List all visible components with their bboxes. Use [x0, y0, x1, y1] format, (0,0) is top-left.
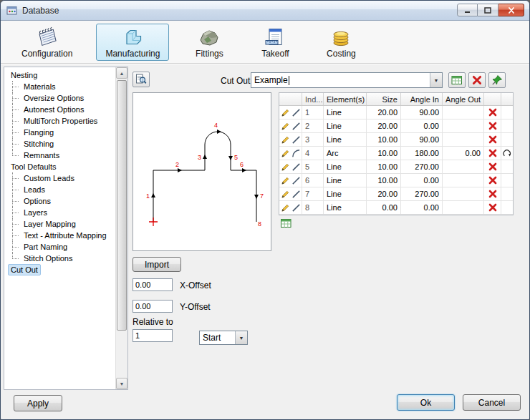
- minimize-button[interactable]: [457, 4, 478, 16]
- pin-cutout-button[interactable]: [488, 72, 506, 88]
- sidebar-item-stitching[interactable]: Stitching: [4, 138, 115, 150]
- window-controls: [457, 4, 524, 16]
- maximize-button[interactable]: [478, 4, 498, 16]
- cancel-button[interactable]: Cancel: [463, 394, 521, 411]
- tab-takeoff[interactable]: Takeoff: [249, 24, 301, 61]
- relative-mode-dropdown-button[interactable]: ▼: [235, 331, 247, 344]
- delete-row-button[interactable]: [484, 106, 501, 119]
- preview-zoom-button[interactable]: [132, 72, 150, 87]
- add-element-button[interactable]: [280, 218, 293, 229]
- sidebar-item-custom-leads[interactable]: Custom Leads: [4, 172, 115, 184]
- pencil-icon[interactable]: [281, 176, 290, 185]
- pencil-icon[interactable]: [281, 122, 290, 131]
- pencil-icon[interactable]: [281, 135, 290, 145]
- costing-icon: [329, 26, 353, 48]
- pencil-icon[interactable]: [281, 203, 290, 213]
- sidebar-item-flanging[interactable]: Flanging: [4, 127, 115, 138]
- combo-dropdown-button[interactable]: ▼: [430, 73, 442, 87]
- row-edit-cell[interactable]: [279, 160, 302, 173]
- sidebar-item-materials[interactable]: Materials: [4, 81, 115, 92]
- ok-button[interactable]: Ok: [397, 394, 455, 411]
- col-extra: [501, 93, 513, 105]
- row-edit-cell[interactable]: [279, 201, 302, 214]
- row-index: 8: [302, 201, 324, 214]
- new-grid-icon: [280, 218, 292, 229]
- row-edit-cell[interactable]: [279, 147, 302, 160]
- col-index: Ind...: [302, 93, 324, 105]
- delete-icon: [488, 148, 498, 158]
- delete-row-button[interactable]: [484, 187, 501, 200]
- row-edit-cell[interactable]: [279, 133, 302, 146]
- sidebar-item-layer-mapping[interactable]: Layer Mapping: [4, 218, 115, 230]
- sidebar-item-label: Tool Defaults: [8, 161, 59, 172]
- row-element: Line: [324, 133, 367, 146]
- pencil-icon[interactable]: [281, 162, 290, 172]
- tab-configuration[interactable]: Configuration: [12, 24, 82, 61]
- sidebar-item-layers[interactable]: Layers: [4, 207, 115, 218]
- relative-to-label: Relative to: [132, 317, 173, 327]
- tab-fittings[interactable]: Fittings: [183, 24, 235, 61]
- sidebar-item-nesting[interactable]: Nesting: [4, 69, 115, 81]
- sidebar-item-leads[interactable]: Leads: [4, 184, 115, 195]
- scroll-up-button[interactable]: ▲: [116, 67, 127, 79]
- sidebar-item-remnants[interactable]: Remnants: [4, 150, 115, 161]
- table-row: 8 Line 0.00 0.00: [279, 201, 513, 215]
- table-row: 6 Line 10.00 0.00: [279, 174, 513, 187]
- table-row: 7 Line 20.00 270.00: [279, 187, 513, 201]
- sidebar-item-label: Cut Out: [8, 264, 41, 275]
- apply-button[interactable]: Apply: [14, 395, 62, 411]
- sidebar-item-label: Layer Mapping: [21, 218, 79, 230]
- delete-row-button[interactable]: [484, 133, 501, 146]
- relative-to-input[interactable]: [132, 329, 173, 342]
- row-size: 0.00: [367, 201, 401, 214]
- row-edit-cell[interactable]: [279, 187, 302, 200]
- pencil-icon[interactable]: [281, 190, 290, 199]
- line-glyph-icon: [292, 108, 301, 117]
- col-size: Size: [367, 93, 401, 105]
- scroll-down-button[interactable]: ▼: [116, 378, 127, 389]
- sidebar-item-autonest-options[interactable]: Autonest Options: [4, 104, 115, 115]
- sidebar-item-multitorch-properties[interactable]: MultiTorch Properties: [4, 115, 115, 127]
- delete-row-button[interactable]: [484, 174, 501, 187]
- sidebar-item-stitch-options[interactable]: Stitch Options: [4, 253, 115, 264]
- new-cutout-button[interactable]: [448, 72, 466, 88]
- relative-mode-combobox[interactable]: Start ▼: [199, 331, 248, 345]
- col-angle-in: Angle In: [401, 93, 443, 105]
- delete-icon: [471, 74, 483, 86]
- delete-row-button[interactable]: [484, 160, 501, 173]
- delete-row-button[interactable]: [484, 119, 501, 132]
- row-edit-cell[interactable]: [279, 119, 302, 132]
- y-offset-input[interactable]: [132, 300, 173, 313]
- row-edit-cell[interactable]: [279, 174, 302, 187]
- line-glyph-icon: [292, 203, 301, 213]
- delete-row-button[interactable]: [484, 147, 501, 160]
- delete-icon: [488, 162, 498, 172]
- sidebar-item-text-attribute-mapping[interactable]: Text - Attribute Mapping: [4, 230, 115, 241]
- sidebar-item-tool-defaults[interactable]: Tool Defaults: [4, 161, 115, 172]
- table-row: 2 Line 20.00 0.00: [279, 119, 513, 133]
- tab-manufacturing[interactable]: Manufacturing: [96, 24, 169, 61]
- pencil-icon[interactable]: [281, 149, 290, 158]
- scroll-thumb[interactable]: [117, 80, 127, 331]
- pencil-icon[interactable]: [281, 108, 290, 117]
- delete-cutout-button[interactable]: [468, 72, 486, 88]
- row-edit-cell[interactable]: [279, 106, 302, 119]
- tab-label: Fittings: [196, 49, 223, 59]
- sidebar-item-part-naming[interactable]: Part Naming: [4, 241, 115, 253]
- delete-row-button[interactable]: [484, 201, 501, 214]
- svg-text:1: 1: [146, 192, 150, 200]
- cutout-label: Cut Out: [221, 76, 250, 86]
- close-button[interactable]: [498, 4, 524, 16]
- import-button[interactable]: Import: [132, 257, 181, 272]
- cutout-combobox[interactable]: Example ▼: [251, 72, 443, 88]
- sidebar-item-label: Options: [21, 195, 54, 207]
- sidebar-item-cut-out[interactable]: Cut Out: [4, 264, 115, 275]
- sidebar-item-options[interactable]: Options: [4, 195, 115, 207]
- row-angle-out: [443, 119, 484, 132]
- arc-direction-button[interactable]: [501, 147, 513, 160]
- row-angle-in: 270.00: [401, 160, 443, 173]
- tab-costing[interactable]: Costing: [315, 24, 367, 61]
- x-offset-input[interactable]: [132, 278, 173, 291]
- sidebar-item-oversize-options[interactable]: Oversize Options: [4, 92, 115, 104]
- row-angle-out: [443, 187, 484, 200]
